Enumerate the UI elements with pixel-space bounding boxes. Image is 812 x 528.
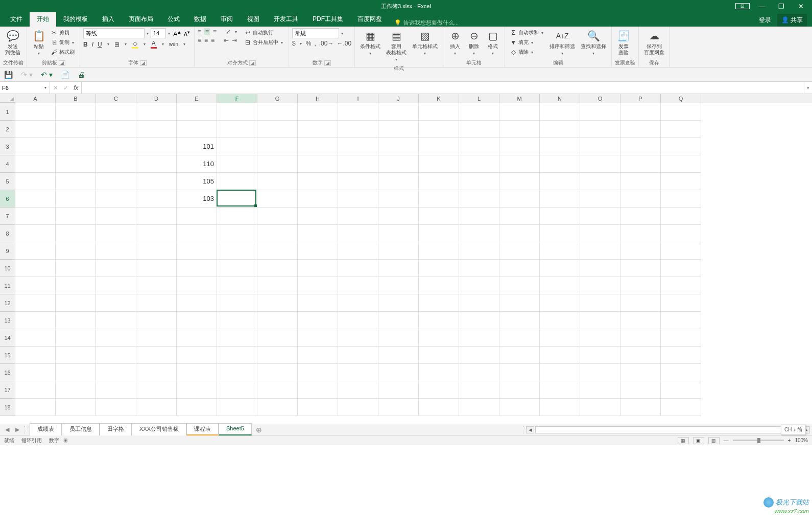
cell[interactable]	[580, 277, 620, 294]
row-header-1[interactable]: 1	[0, 103, 15, 121]
cell[interactable]	[136, 155, 177, 173]
copy-button[interactable]: ⎘复制▾	[49, 38, 77, 47]
cell[interactable]	[419, 190, 459, 208]
cell[interactable]	[15, 225, 56, 242]
close-button[interactable]: ✕	[794, 3, 808, 10]
cell[interactable]	[620, 225, 661, 242]
cell[interactable]	[378, 190, 419, 208]
insert-cell-button[interactable]: ⊕插入▾	[446, 28, 464, 58]
cell[interactable]	[338, 138, 378, 155]
cell[interactable]	[96, 277, 136, 294]
cell[interactable]	[15, 260, 56, 277]
align-right-button[interactable]: ≡	[211, 37, 214, 44]
menu-tab-7[interactable]: 审阅	[213, 12, 240, 27]
cell[interactable]	[257, 242, 298, 260]
cell[interactable]	[298, 155, 338, 173]
pagelayout-view-button[interactable]: ▣	[693, 437, 704, 444]
cell[interactable]: 110	[177, 155, 217, 173]
cell[interactable]	[96, 294, 136, 312]
cell[interactable]	[661, 242, 701, 260]
cell[interactable]	[257, 190, 298, 208]
cell[interactable]	[338, 121, 378, 138]
cell[interactable]	[96, 138, 136, 155]
cell[interactable]	[136, 347, 177, 364]
cell[interactable]	[298, 399, 338, 416]
cell[interactable]	[217, 225, 257, 242]
cell[interactable]	[338, 277, 378, 294]
cell[interactable]	[378, 103, 419, 121]
enter-formula-button[interactable]: ✓	[63, 84, 68, 91]
cell[interactable]	[661, 121, 701, 138]
cell[interactable]	[620, 399, 661, 416]
cell[interactable]	[661, 277, 701, 294]
sheet-tab-5[interactable]: Sheet5	[219, 423, 252, 435]
cell[interactable]	[378, 260, 419, 277]
cell[interactable]	[56, 121, 96, 138]
print-button[interactable]: 🖨	[78, 71, 85, 79]
number-format-select[interactable]	[292, 28, 339, 38]
cell[interactable]	[96, 208, 136, 225]
cell[interactable]	[257, 138, 298, 155]
fill-color-button[interactable]: ◇	[132, 40, 138, 49]
cell[interactable]	[499, 294, 540, 312]
col-header-C[interactable]: C	[96, 94, 136, 103]
pagebreak-view-button[interactable]: ▥	[708, 437, 720, 444]
cell[interactable]	[459, 381, 499, 399]
row-header-8[interactable]: 8	[0, 225, 15, 242]
cell[interactable]	[661, 155, 701, 173]
cell[interactable]	[217, 155, 257, 173]
col-header-Q[interactable]: Q	[661, 94, 701, 103]
cell[interactable]	[338, 294, 378, 312]
print-preview-button[interactable]: 📄	[61, 71, 69, 79]
cell-style-button[interactable]: ▨单元格样式▾	[410, 28, 440, 58]
cell[interactable]	[177, 312, 217, 329]
cell[interactable]	[499, 242, 540, 260]
cell[interactable]	[298, 260, 338, 277]
undo-button[interactable]: ↶ ▾	[41, 71, 53, 79]
cell[interactable]	[419, 277, 459, 294]
cell[interactable]	[661, 173, 701, 190]
format-painter-button[interactable]: 🖌格式刷	[49, 48, 77, 57]
cell[interactable]	[338, 381, 378, 399]
cell[interactable]	[56, 242, 96, 260]
col-header-F[interactable]: F	[217, 94, 257, 103]
cell[interactable]	[499, 364, 540, 381]
name-box-input[interactable]	[2, 85, 38, 91]
comma-button[interactable]: ,	[314, 40, 316, 47]
cell[interactable]	[257, 155, 298, 173]
menu-tab-0[interactable]: 文件	[3, 12, 30, 27]
cell[interactable]	[15, 138, 56, 155]
cell[interactable]	[298, 225, 338, 242]
cell[interactable]	[378, 364, 419, 381]
menu-tab-4[interactable]: 页面布局	[122, 12, 160, 27]
cell[interactable]	[378, 294, 419, 312]
cell[interactable]	[56, 225, 96, 242]
cell[interactable]	[56, 260, 96, 277]
cell[interactable]	[136, 399, 177, 416]
cell[interactable]	[459, 329, 499, 347]
align-dialog-icon[interactable]: ◢	[249, 60, 256, 66]
col-header-A[interactable]: A	[15, 94, 56, 103]
row-header-7[interactable]: 7	[0, 208, 15, 225]
menu-tab-3[interactable]: 插入	[95, 12, 122, 27]
find-select-button[interactable]: 🔍查找和选择▾	[579, 28, 608, 58]
cell[interactable]	[620, 312, 661, 329]
cell[interactable]	[540, 277, 580, 294]
orientation-button[interactable]: ⤢	[226, 28, 231, 35]
cell[interactable]	[56, 277, 96, 294]
cell[interactable]	[580, 399, 620, 416]
sheet-tab-0[interactable]: 成绩表	[30, 423, 62, 435]
cell[interactable]	[661, 364, 701, 381]
cell[interactable]	[419, 312, 459, 329]
cell[interactable]	[217, 190, 257, 208]
cell[interactable]	[15, 190, 56, 208]
cell[interactable]	[136, 121, 177, 138]
cell[interactable]	[15, 399, 56, 416]
cell[interactable]	[217, 208, 257, 225]
cell[interactable]	[257, 364, 298, 381]
increase-font-button[interactable]: A▴	[172, 29, 182, 38]
row-header-13[interactable]: 13	[0, 312, 15, 329]
cell[interactable]	[298, 208, 338, 225]
cell[interactable]	[298, 329, 338, 347]
cell[interactable]	[217, 364, 257, 381]
